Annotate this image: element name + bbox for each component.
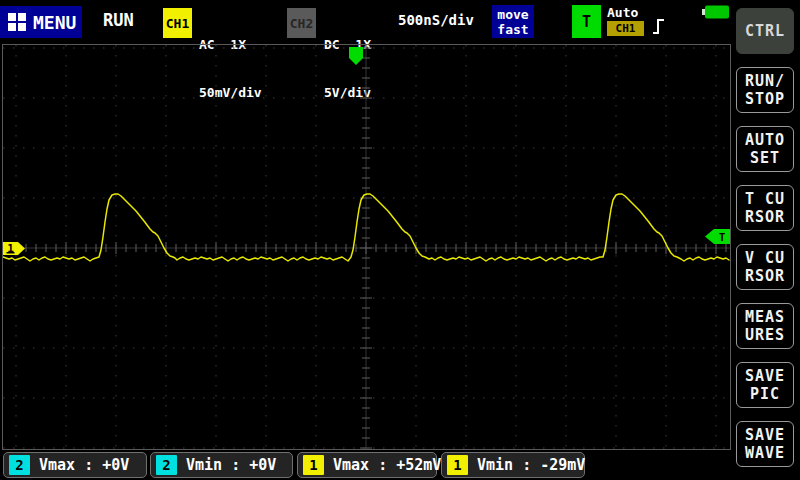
measurement-label: Vmax : +52mV <box>333 456 441 474</box>
button-label: AUTO <box>745 131 785 149</box>
sidebar-button-run-stop[interactable]: RUN/STOP <box>736 67 794 113</box>
graticule-grid <box>3 45 730 449</box>
sidebar-button-save-wave[interactable]: SAVEWAVE <box>736 421 794 467</box>
channel-1-chip: 1 <box>447 455 468 475</box>
move-fast-line1: move <box>497 7 528 22</box>
trigger-source-badge[interactable]: CH1 <box>607 21 644 36</box>
channel-1-chip: 1 <box>303 455 324 475</box>
sidebar-button-ctrl[interactable]: CTRL <box>736 8 794 54</box>
trigger-badge[interactable]: T <box>572 5 601 38</box>
scope-display: 1 T <box>2 44 731 450</box>
sidebar-button-auto-set[interactable]: AUTOSET <box>736 126 794 172</box>
button-label: T CU <box>745 190 785 208</box>
trigger-mode[interactable]: Auto <box>607 5 638 20</box>
sidebar-button-save-pic[interactable]: SAVEPIC <box>736 362 794 408</box>
run-status-indicator: RUN <box>103 0 134 40</box>
ch1-badge[interactable]: CH1 <box>163 8 192 38</box>
measurement-box: 1 Vmin : -29mV <box>441 452 585 478</box>
measurement-box: 2 Vmin : +0V <box>150 452 293 478</box>
timebase-setting[interactable]: 500nS/div <box>398 0 474 40</box>
measurement-label: Vmin : +0V <box>186 456 276 474</box>
button-label: WAVE <box>745 444 785 462</box>
menu-button[interactable]: MENU <box>0 6 82 38</box>
trigger-level-marker[interactable]: T <box>705 229 730 244</box>
battery-icon <box>702 5 729 19</box>
button-label: PIC <box>750 385 780 403</box>
button-label: STOP <box>745 90 785 108</box>
menu-label: MENU <box>33 12 76 33</box>
svg-text:T: T <box>719 231 726 244</box>
button-label: SAVE <box>745 367 785 385</box>
button-label: SAVE <box>745 426 785 444</box>
measurement-label: Vmax : +0V <box>39 456 129 474</box>
oscilloscope-screen: MENU RUN CH1 AC 1X 50mV/div CH2 DC 1X 5V… <box>0 0 800 480</box>
sidebar-button-v-cursor[interactable]: V CURSOR <box>736 244 794 290</box>
sidebar-button-t-cursor[interactable]: T CURSOR <box>736 185 794 231</box>
button-label: RUN/ <box>745 72 785 90</box>
trigger-position-marker[interactable] <box>349 47 363 65</box>
sidebar-button-measures[interactable]: MEASURES <box>736 303 794 349</box>
button-label: RSOR <box>745 208 785 226</box>
channel-2-chip: 2 <box>9 455 30 475</box>
svg-text:1: 1 <box>7 242 14 255</box>
button-label: RSOR <box>745 267 785 285</box>
menu-grid-icon <box>8 13 26 31</box>
measurement-label: Vmin : -29mV <box>477 456 585 474</box>
rising-edge-icon <box>652 17 666 36</box>
measurement-box: 2 Vmax : +0V <box>3 452 147 478</box>
measurement-box: 1 Vmax : +52mV <box>297 452 437 478</box>
ch1-level-marker[interactable]: 1 <box>3 242 25 256</box>
channel-2-chip: 2 <box>156 455 177 475</box>
ch2-badge[interactable]: CH2 <box>287 8 316 38</box>
button-label: URES <box>745 326 785 344</box>
button-label: MEAS <box>745 308 785 326</box>
button-label: V CU <box>745 249 785 267</box>
move-fast-line2: fast <box>497 22 528 37</box>
button-label: SET <box>750 149 780 167</box>
button-label: CTRL <box>745 22 785 40</box>
move-fast-button[interactable]: move fast <box>492 5 534 38</box>
